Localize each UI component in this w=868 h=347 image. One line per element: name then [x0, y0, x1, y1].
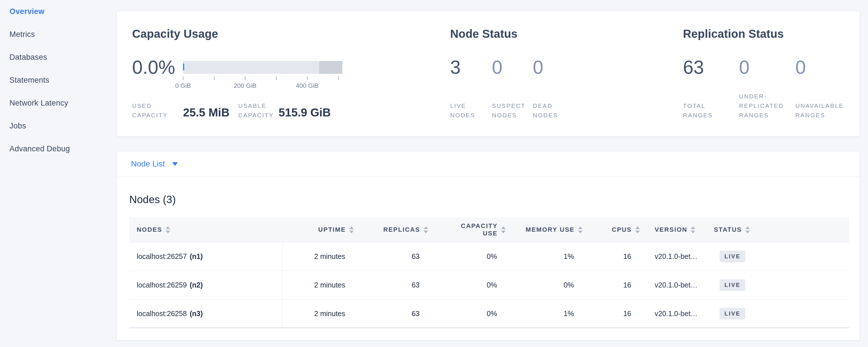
axis-tick-label: 0 GiB: [166, 82, 200, 90]
memory-use-cell: 1%: [507, 299, 584, 327]
unavailable-ranges-label: UNAVAILABLE RANGES: [795, 101, 856, 120]
column-header-label: STATUS: [714, 226, 742, 233]
chevron-down-icon: [172, 162, 178, 166]
capacity-use-cell: 0%: [429, 299, 507, 327]
live-nodes-count: 3: [450, 58, 461, 77]
used-capacity-value: 25.5 MiB: [183, 106, 229, 119]
cpus-cell: 16: [584, 299, 641, 327]
cluster-summary-card: Capacity Usage 0.0% 0 GiB 200 GiB 400 Gi…: [116, 11, 860, 137]
capacity-usage-percent: 0.0%: [132, 58, 175, 77]
sidebar-item-overview[interactable]: Overview: [0, 0, 116, 23]
node-address: localhost:26257: [137, 252, 187, 261]
status-badge: LIVE: [719, 251, 745, 262]
capacity-gauge-reserved-segment: [319, 61, 342, 74]
node-list-dropdown-label: Node List: [131, 159, 165, 168]
usable-capacity-label: USABLE CAPACITY: [238, 101, 277, 120]
column-header-status[interactable]: STATUS: [703, 217, 849, 242]
unavailable-ranges-count: 0: [795, 58, 806, 77]
sidebar-item-network-latency[interactable]: Network Latency: [0, 92, 116, 115]
status-cell: LIVE: [703, 271, 849, 299]
status-cell: LIVE: [703, 242, 849, 271]
column-header-replicas[interactable]: REPLICAS: [355, 217, 429, 242]
replicas-cell: 63: [355, 271, 429, 299]
axis-tick-label: 200 GiB: [228, 82, 262, 90]
total-ranges-count: 63: [683, 58, 704, 77]
capacity-gauge-track: [183, 61, 342, 74]
capacity-use-cell: 0%: [429, 271, 507, 299]
dead-nodes-count: 0: [533, 58, 544, 77]
table-row-node-3[interactable]: localhost:26258 (n3) 2 minutes 63 0% 1% …: [129, 299, 849, 328]
replication-status-title: Replication Status: [683, 28, 784, 40]
live-nodes-label: LIVE NODES: [450, 101, 483, 120]
version-cell: v20.1.0-bet…: [641, 299, 703, 327]
axis-tick: [338, 76, 339, 80]
axis-tick-label: 400 GiB: [290, 82, 324, 90]
nodes-table: NODES UPTIME REPLICAS CAPACITY USE MEMOR…: [129, 217, 849, 328]
capacity-usage-title: Capacity Usage: [132, 28, 218, 40]
under-replicated-ranges-count: 0: [739, 58, 750, 77]
status-badge: LIVE: [719, 279, 745, 291]
uptime-cell: 2 minutes: [283, 271, 355, 299]
node-list-card: Node List Nodes (3) NODES UPTIME REPLICA…: [116, 151, 860, 340]
sort-arrows-icon: [349, 226, 354, 233]
suspect-nodes-label: SUSPECT NODES: [492, 101, 529, 120]
column-header-label: VERSION: [655, 226, 687, 233]
uptime-cell: 2 minutes: [283, 299, 355, 327]
nodes-table-header: NODES UPTIME REPLICAS CAPACITY USE MEMOR…: [129, 217, 849, 242]
status-badge: LIVE: [719, 308, 745, 319]
column-header-memory-use[interactable]: MEMORY USE: [507, 217, 584, 242]
status-cell: LIVE: [703, 299, 849, 327]
dead-nodes-label: DEAD NODES: [533, 101, 566, 120]
sort-arrows-icon: [635, 226, 640, 233]
sidebar-item-advanced-debug[interactable]: Advanced Debug: [0, 137, 116, 160]
capacity-gauge-used-marker: [183, 64, 184, 70]
sort-arrows-icon: [745, 226, 750, 233]
column-header-version[interactable]: VERSION: [641, 217, 703, 242]
uptime-cell: 2 minutes: [283, 242, 355, 271]
column-header-label: NODES: [137, 226, 162, 233]
suspect-nodes-count: 0: [492, 58, 502, 77]
memory-use-cell: 1%: [507, 242, 584, 271]
sidebar-item-databases[interactable]: Databases: [0, 46, 116, 69]
capacity-gauge: [183, 61, 342, 74]
column-header-cpus[interactable]: CPUS: [584, 217, 641, 242]
table-row-node-1[interactable]: localhost:26257 (n1) 2 minutes 63 0% 1% …: [129, 242, 849, 271]
version-cell: v20.1.0-bet…: [641, 242, 703, 271]
column-header-label: UPTIME: [318, 226, 346, 233]
column-header-capacity-use[interactable]: CAPACITY USE: [429, 217, 507, 242]
under-replicated-ranges-label: UNDER-REPLICATED RANGES: [739, 92, 793, 120]
column-header-nodes[interactable]: NODES: [129, 217, 283, 242]
total-ranges-label: TOTAL RANGES: [683, 101, 719, 120]
memory-use-cell: 0%: [507, 271, 584, 299]
sidebar-item-metrics[interactable]: Metrics: [0, 23, 116, 46]
column-header-uptime[interactable]: UPTIME: [283, 217, 355, 242]
node-address: localhost:26258: [137, 310, 187, 318]
cpus-cell: 16: [584, 242, 641, 271]
version-cell: v20.1.0-bet…: [641, 271, 703, 299]
axis-tick: [214, 76, 215, 80]
node-address-cell: localhost:26257 (n1): [129, 242, 283, 271]
node-list-selector-bar: Node List: [117, 151, 860, 177]
capacity-use-cell: 0%: [429, 242, 507, 271]
replicas-cell: 63: [355, 242, 429, 271]
usable-capacity-value: 515.9 GiB: [279, 106, 331, 119]
node-list-dropdown[interactable]: Node List: [131, 151, 178, 177]
node-status-title: Node Status: [450, 28, 518, 40]
sort-arrows-icon: [578, 226, 583, 233]
node-id: (n1): [190, 252, 203, 261]
cpus-cell: 16: [584, 271, 641, 299]
node-address: localhost:26259: [137, 281, 187, 289]
sort-arrows-icon: [165, 226, 170, 233]
sidebar-item-jobs[interactable]: Jobs: [0, 115, 116, 137]
sort-arrows-icon: [424, 226, 428, 233]
column-header-label: REPLICAS: [383, 226, 420, 233]
column-header-label: MEMORY USE: [526, 226, 575, 233]
node-address-cell: localhost:26258 (n3): [129, 299, 283, 327]
column-header-label: CAPACITY USE: [451, 222, 498, 237]
sidebar-item-statements[interactable]: Statements: [0, 69, 116, 92]
sort-arrows-icon: [501, 226, 506, 233]
table-row-node-2[interactable]: localhost:26259 (n2) 2 minutes 63 0% 0% …: [129, 271, 849, 299]
column-header-label: CPUS: [612, 226, 632, 233]
sidebar: Overview Metrics Databases Statements Ne…: [0, 0, 116, 347]
axis-tick: [183, 76, 183, 80]
